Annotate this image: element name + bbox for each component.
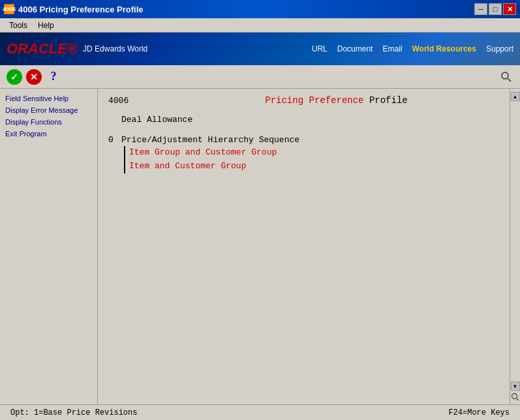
- nav-world-resources[interactable]: World Resources: [412, 44, 476, 53]
- scroll-down-button[interactable]: ▼: [511, 382, 520, 391]
- sub-item-0: Item Group and Customer Group: [129, 146, 277, 160]
- scroll-search-icon[interactable]: [511, 393, 520, 402]
- close-button[interactable]: ✕: [503, 3, 516, 15]
- maximize-button[interactable]: □: [489, 3, 502, 15]
- sidebar: Field Sensitive Help Display Error Messa…: [0, 89, 98, 404]
- jde-text: JD Edwards World: [83, 44, 147, 53]
- right-scrollbar: ▲ ▼: [510, 89, 520, 404]
- sub-items-list: Item Group and Customer Group Item and C…: [129, 146, 277, 173]
- oracle-logo: ORACLE®: [7, 40, 78, 57]
- menu-help[interactable]: Help: [33, 20, 59, 31]
- hierarchy-label: Price/Adjustment Hierarchy Sequence: [121, 135, 299, 145]
- minimize-button[interactable]: ─: [474, 3, 487, 15]
- svg-point-2: [512, 394, 517, 399]
- sidebar-exit-program[interactable]: Exit Program: [0, 128, 97, 140]
- toolbar: ✓ ✕ ?: [0, 65, 520, 89]
- main-area: Field Sensitive Help Display Error Messa…: [0, 89, 520, 404]
- oracle-text: ORACLE: [7, 40, 67, 57]
- nav-document[interactable]: Document: [337, 44, 373, 53]
- hierarchy-num: 0: [108, 135, 121, 145]
- nav-email[interactable]: Email: [382, 44, 402, 53]
- bracket-line: [124, 146, 127, 173]
- app-icon-text: 4006: [3, 6, 16, 12]
- help-button[interactable]: ?: [46, 69, 61, 85]
- form-title: Pricing Preference Profile: [141, 95, 499, 106]
- hierarchy-row: 0 Price/Adjustment Hierarchy Sequence: [108, 135, 499, 145]
- status-bar: Opt: 1=Base Price Revisions F24=More Key…: [0, 404, 520, 420]
- window-title: 4006 Pricing Preference Profile: [18, 5, 473, 14]
- sub-items-container: Item Group and Customer Group Item and C…: [121, 146, 499, 173]
- svg-line-1: [508, 78, 511, 82]
- title-bar: 4006 4006 Pricing Preference Profile ─ □…: [0, 0, 520, 18]
- scroll-up-button[interactable]: ▲: [511, 92, 520, 101]
- menu-bar: Tools Help: [0, 18, 520, 33]
- sidebar-display-functions[interactable]: Display Functions: [0, 116, 97, 128]
- form-title-red: Pricing Preference: [265, 95, 363, 106]
- sub-item-1: Item and Customer Group: [129, 160, 277, 173]
- svg-point-0: [502, 72, 508, 79]
- search-button[interactable]: [499, 70, 513, 84]
- nav-url[interactable]: URL: [312, 44, 328, 53]
- status-fkey: F24=More Keys: [448, 408, 510, 417]
- oracle-header: ORACLE® JD Edwards World URL Document Em…: [0, 33, 520, 65]
- menu-tools[interactable]: Tools: [4, 20, 33, 31]
- form-number: 4006: [108, 96, 141, 106]
- content-area: 4006 Pricing Preference Profile Deal All…: [98, 89, 510, 404]
- svg-line-3: [516, 398, 519, 401]
- nav-support[interactable]: Support: [486, 44, 513, 53]
- status-opt: Opt: 1=Base Price Revisions: [10, 408, 137, 417]
- nav-links: URL Document Email World Resources Suppo…: [312, 33, 513, 65]
- sidebar-field-sensitive-help[interactable]: Field Sensitive Help: [0, 93, 97, 104]
- form-title-black: Profile: [364, 95, 408, 106]
- app-icon: 4006: [4, 4, 14, 14]
- ok-button[interactable]: ✓: [7, 69, 22, 85]
- scroll-extra-buttons: [511, 393, 520, 402]
- search-icon: [500, 71, 512, 83]
- sidebar-display-error-message[interactable]: Display Error Message: [0, 104, 97, 116]
- cancel-button[interactable]: ✕: [26, 69, 42, 85]
- deal-allowance-label: Deal Allowance: [121, 115, 499, 125]
